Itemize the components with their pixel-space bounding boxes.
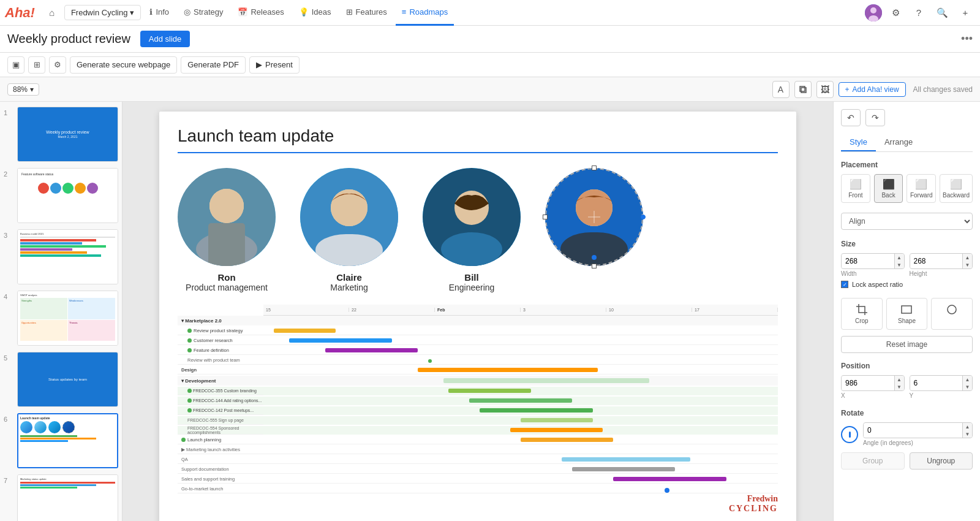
nav-item-ideas[interactable]: 💡 Ideas <box>293 0 337 26</box>
ron-avatar <box>178 168 276 266</box>
image-insert-button[interactable]: 🖼 <box>816 81 834 98</box>
placement-title: Placement <box>841 161 973 169</box>
help-button[interactable]: ? <box>909 3 929 23</box>
placement-grid: ⬜ Front ⬛ Back ⬜ Forward ⬜ Backward <box>841 174 973 203</box>
x-increment[interactable]: ▲ <box>894 376 904 383</box>
present-button[interactable]: ▶ Present <box>249 56 300 74</box>
slide-thumbnail: Weekly product reviewMarch 2, 2021 <box>17 107 118 162</box>
home-button[interactable]: ⌂ <box>42 3 62 23</box>
slide-number: 5 <box>4 352 12 362</box>
placement-front-button[interactable]: ⬜ Front <box>841 174 870 203</box>
width-decrement[interactable]: ▼ <box>894 261 904 268</box>
lock-checkbox[interactable]: ✓ <box>841 281 848 288</box>
nav-item-ideas-label: Ideas <box>312 7 331 17</box>
slide-1[interactable]: 1 Weekly product reviewMarch 2, 2021 <box>4 107 118 162</box>
text-format-button[interactable]: A <box>772 81 790 98</box>
height-decrement[interactable]: ▼ <box>962 261 972 268</box>
y-decrement[interactable]: ▼ <box>962 383 972 390</box>
more-menu-button[interactable]: ••• <box>961 32 973 45</box>
angle-decrement[interactable]: ▼ <box>962 430 972 438</box>
fc-logo-line2: CYCLING <box>729 504 778 513</box>
nav-item-roadmaps-label: Roadmaps <box>409 7 448 17</box>
redo-button[interactable]: ↷ <box>865 109 885 126</box>
add-slide-button[interactable]: Add slide <box>140 31 190 47</box>
svg-point-20 <box>576 189 612 226</box>
placement-back-button[interactable]: ⬛ Back <box>874 174 903 203</box>
add-aha-view-button[interactable]: + Add Aha! view <box>839 82 906 97</box>
tab-style[interactable]: Style <box>841 134 876 151</box>
team-member-claire[interactable]: Claire Marketing <box>300 168 398 292</box>
height-increment[interactable]: ▲ <box>962 254 972 261</box>
svg-rect-16 <box>441 232 502 266</box>
angle-increment[interactable]: ▲ <box>962 423 972 430</box>
y-group: ▲ ▼ Y <box>910 375 973 399</box>
x-decrement[interactable]: ▼ <box>894 383 904 390</box>
generate-pdf-button[interactable]: Generate PDF <box>181 56 246 74</box>
y-input-container: ▲ ▼ <box>910 375 973 391</box>
svg-point-1 <box>870 7 876 13</box>
height-input-container: ▲ ▼ <box>910 253 973 269</box>
single-view-button[interactable]: ▣ <box>7 56 24 74</box>
zoom-selector[interactable]: 88% ▾ <box>7 83 39 96</box>
user-avatar[interactable] <box>865 4 882 21</box>
slide-number: 3 <box>4 229 12 239</box>
angle-input[interactable] <box>864 424 962 437</box>
search-button[interactable]: 🔍 <box>932 3 952 23</box>
circle-shape-button[interactable] <box>931 298 973 330</box>
generate-webpage-button[interactable]: Generate secure webpage <box>70 56 177 74</box>
slide-4[interactable]: 4 SWOT analysis Strengths Weaknesses Opp… <box>4 291 118 346</box>
ron-role: Product management <box>186 283 268 292</box>
zoom-chevron-icon: ▾ <box>30 85 34 94</box>
slide-6[interactable]: 6 Launch team update <box>4 413 118 468</box>
nav-item-roadmaps[interactable]: ≡ Roadmaps <box>396 0 454 26</box>
undo-button[interactable]: ↶ <box>841 109 861 126</box>
slide-2[interactable]: 2 Feature software status <box>4 168 118 223</box>
settings-button[interactable]: ⚙ <box>49 56 66 74</box>
present-label: Present <box>265 60 293 69</box>
position-section: Position ▲ ▼ X ▲ <box>841 362 973 399</box>
app-logo[interactable]: Aha! <box>5 5 35 21</box>
fc-logo: Fredwin CYCLING <box>729 494 778 513</box>
rectangle-shape-button[interactable]: Shape <box>886 298 928 330</box>
format-copy-button[interactable] <box>794 81 812 98</box>
new-button[interactable]: + <box>956 3 975 23</box>
format-copy-icon <box>799 85 807 94</box>
crop-icon <box>856 303 868 316</box>
product-dropdown[interactable]: Fredwin Cycling ▾ <box>64 5 141 20</box>
y-increment[interactable]: ▲ <box>962 376 972 383</box>
height-input[interactable] <box>910 254 963 268</box>
slide-number: 1 <box>4 107 12 116</box>
grid-view-button[interactable]: ⊞ <box>28 56 45 74</box>
position-y-input[interactable] <box>910 376 963 390</box>
group-button[interactable]: Group <box>841 452 905 470</box>
tab-arrange[interactable]: Arrange <box>876 134 921 151</box>
nav-item-releases[interactable]: 📅 Releases <box>232 0 290 26</box>
placement-forward-button[interactable]: ⬜ Forward <box>907 174 936 203</box>
position-x-input[interactable] <box>842 376 894 390</box>
circle-icon <box>946 303 958 316</box>
calendar-icon: 📅 <box>238 7 247 17</box>
team-member-ron[interactable]: Ron Product management <box>178 168 276 292</box>
size-row: ▲ ▼ Width ▲ ▼ Height <box>841 253 973 277</box>
team-member-selected[interactable] <box>545 168 643 272</box>
team-member-bill[interactable]: Bill Engineering <box>423 168 521 292</box>
nav-item-info[interactable]: ℹ Info <box>143 0 175 26</box>
crop-button[interactable]: Crop <box>841 298 883 330</box>
width-increment[interactable]: ▲ <box>894 254 904 261</box>
slide-5[interactable]: 5 Status updates by team <box>4 352 118 407</box>
settings-button[interactable]: ⚙ <box>886 3 905 23</box>
angle-input-container: ▲ ▼ <box>863 422 973 438</box>
nav-item-strategy[interactable]: ◎ Strategy <box>178 0 229 26</box>
align-select[interactable]: Align Align left Align center Align righ… <box>841 213 973 230</box>
nav-item-features[interactable]: ⊞ Features <box>340 0 393 26</box>
lock-ratio-label: Lock aspect ratio <box>852 281 903 288</box>
reset-image-button[interactable]: Reset image <box>841 336 973 353</box>
slide-3[interactable]: 3 Business model 2021 <box>4 229 118 284</box>
rotate-section: Rotate ▲ ▼ Angle (in degrees) <box>841 409 973 446</box>
ungroup-button[interactable]: Ungroup <box>910 452 973 470</box>
rotate-dial[interactable] <box>841 426 858 443</box>
width-input[interactable] <box>842 254 894 268</box>
placement-backward-button[interactable]: ⬜ Backward <box>940 174 973 203</box>
slide-thumb-text: Status updates by team <box>46 375 89 384</box>
slide-7[interactable]: 7 Marketing status update <box>4 474 118 521</box>
